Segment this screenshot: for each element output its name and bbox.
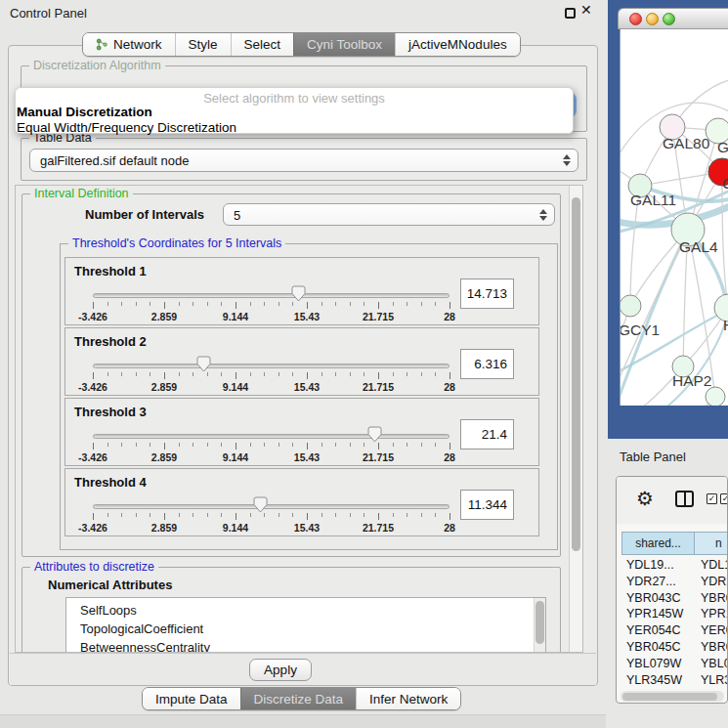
horizontal-scrollbar[interactable]	[621, 691, 724, 702]
table-row[interactable]: YER054CYER0	[621, 623, 728, 640]
table-data-combo[interactable]: galFiltered.sif default node	[29, 149, 578, 172]
apply-row: Apply	[10, 653, 596, 685]
network-window-titlebar[interactable]	[618, 8, 728, 29]
thresholds-group-title: Threshold's Coordinates for 5 Intervals	[68, 236, 285, 250]
dropdown-option-equal-width-frequency[interactable]: Equal Width/Frequency Discretization	[17, 120, 236, 135]
tab-network[interactable]: Network	[83, 33, 175, 56]
dropdown-option-manual-discretization[interactable]: Manual Discretization	[17, 105, 152, 119]
slider-tick-labels: -3.4262.8599.14415.4321.71528	[93, 522, 450, 534]
select-all-checkbox-icon[interactable]: ✓	[707, 493, 717, 504]
slider-ticks	[93, 513, 450, 521]
network-node[interactable]	[706, 387, 725, 406]
cell-shared-name: YDL19...	[626, 558, 674, 572]
table-row[interactable]: YDR27...YDR2	[621, 575, 728, 591]
threshold-value-field[interactable]: 21.4	[460, 419, 514, 450]
network-node-label: GAL80	[663, 135, 710, 151]
zoom-traffic-light-icon[interactable]	[663, 13, 675, 25]
table-data-combo-value: galFiltered.sif default node	[40, 153, 189, 168]
interval-definition-title: Interval Definition	[30, 187, 133, 200]
table-row[interactable]: YBL079WYBL0	[621, 657, 728, 673]
tab-label: Cyni Toolbox	[307, 37, 382, 52]
slider-thumb[interactable]	[253, 496, 268, 513]
table-row[interactable]: YBR043CYBR0	[621, 591, 728, 608]
slider-thumb[interactable]	[196, 356, 211, 372]
close-traffic-light-icon[interactable]	[629, 13, 642, 25]
network-icon	[96, 38, 108, 51]
bottom-strip	[0, 714, 606, 728]
bottom-tabbar: Impute DataDiscretize DataInfer Network	[142, 687, 461, 710]
vertical-scrollbar-thumb[interactable]	[572, 197, 580, 551]
numerical-attributes-label: Numerical Attributes	[48, 578, 172, 592]
tab-jactivemnodules[interactable]: jActiveMNodules	[395, 33, 520, 56]
tab-label: Impute Data	[155, 692, 228, 707]
slider-thumb[interactable]	[291, 285, 306, 302]
slider-track[interactable]	[93, 434, 450, 439]
select-none-checkbox-icon[interactable]: ✓	[720, 493, 728, 504]
tab-label: Discretize Data	[254, 692, 344, 707]
tab-discretize-data[interactable]: Discretize Data	[240, 688, 357, 709]
cell-shared-name: YLR345W	[626, 673, 682, 687]
slider-track[interactable]	[93, 364, 450, 368]
network-canvas[interactable]: GAL80G.CGAL11GAL4GCY1HHAP2	[620, 29, 728, 406]
float-window-icon[interactable]	[565, 8, 576, 19]
threshold-value-field[interactable]: 11.344	[460, 490, 514, 520]
attribute-list-item[interactable]: BetweennessCentrality	[66, 638, 545, 653]
slider-ticks	[93, 372, 450, 380]
tab-style[interactable]: Style	[175, 33, 231, 56]
cell-shared-name: YER054C	[626, 623, 681, 637]
tab-label: Style	[189, 37, 218, 52]
cell-shared-name: YIL052C	[626, 689, 674, 690]
tab-cyni-toolbox[interactable]: Cyni Toolbox	[293, 33, 395, 56]
table-row[interactable]: YLR345WYLR3	[621, 673, 728, 690]
horizontal-scrollbar-thumb[interactable]	[622, 693, 717, 701]
column-header-name[interactable]: n	[695, 532, 728, 555]
tab-infer-network[interactable]: Infer Network	[356, 688, 460, 709]
dropdown-prompt[interactable]: Select algorithm to view settings	[16, 91, 573, 106]
number-of-intervals-value: 5	[234, 207, 240, 222]
attribute-list-item[interactable]: TopologicalCoefficient	[66, 620, 545, 638]
interval-definition-group: Interval Definition Number of Intervals …	[21, 193, 561, 557]
slider-tick-labels: -3.4262.8599.14415.4321.71528	[93, 381, 450, 393]
tab-impute-data[interactable]: Impute Data	[143, 688, 240, 709]
cell-shared-name: YBL079W	[626, 657, 681, 670]
apply-button[interactable]: Apply	[249, 659, 312, 681]
settings-scroll-area: Interval Definition Number of Intervals …	[15, 185, 583, 653]
attribute-list-item[interactable]: SelfLoops	[66, 598, 545, 620]
threshold-label: Threshold 3	[74, 405, 147, 419]
list-scrollbar[interactable]	[534, 598, 545, 653]
gear-icon[interactable]: ⚙	[636, 487, 654, 510]
table-data-group: Table Data galFiltered.sif default node	[21, 138, 587, 181]
network-node-label: HAP2	[672, 372, 712, 389]
threshold-value-field[interactable]: 14.713	[460, 278, 514, 309]
tab-label: Select	[244, 37, 281, 52]
table-row[interactable]: YPR145WYPR1	[621, 607, 728, 623]
table-row[interactable]: YBR045CYBR0	[621, 640, 728, 657]
column-header-shared-name[interactable]: shared...	[621, 532, 695, 555]
network-node[interactable]	[621, 295, 641, 317]
slider-track[interactable]	[93, 504, 450, 509]
numerical-attributes-list: SelfLoopsTopologicalCoefficientBetweenne…	[65, 597, 546, 653]
slider-tick-labels: -3.4262.8599.14415.4321.71528	[93, 451, 450, 463]
slider-track[interactable]	[93, 293, 450, 298]
columns-icon[interactable]	[675, 491, 694, 507]
slider-thumb[interactable]	[367, 426, 382, 443]
table-row[interactable]: YDL19...YDL1	[621, 558, 728, 575]
minimize-traffic-light-icon[interactable]	[646, 13, 659, 25]
tab-label: Network	[113, 37, 162, 52]
number-of-intervals-combo[interactable]: 5	[223, 203, 555, 226]
panel-title: Control Panel	[10, 6, 87, 21]
tab-select[interactable]: Select	[231, 33, 294, 56]
threshold-rows: Threshold 1-3.4262.8599.14415.4321.71528…	[64, 257, 539, 536]
cell-shared-name: YDR27...	[626, 575, 676, 588]
slider-tick-labels: -3.4262.8599.14415.4321.71528	[93, 311, 450, 322]
close-icon[interactable]: ✕	[580, 2, 592, 18]
list-scrollbar-thumb[interactable]	[535, 601, 544, 644]
vertical-scrollbar[interactable]	[569, 186, 582, 652]
network-node-label: GCY1	[621, 321, 660, 338]
network-node-label: GAL11	[630, 192, 676, 208]
table-row[interactable]: YIL052CYIL0	[621, 689, 728, 690]
cell-name: YBR0	[701, 591, 728, 605]
cell-name: YIL0	[701, 689, 726, 690]
attributes-group-title: Attributes to discretize	[30, 560, 158, 574]
threshold-value-field[interactable]: 6.316	[460, 349, 514, 379]
